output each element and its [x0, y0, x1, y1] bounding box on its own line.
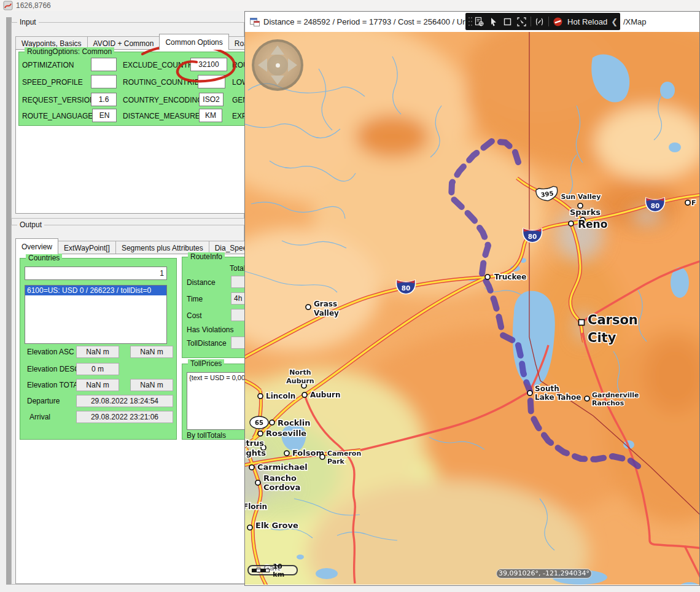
main-window-titlebar: 1626,8766 — [0, 0, 700, 11]
main-window-title: 1626,8766 — [16, 1, 51, 10]
city-marker — [527, 391, 532, 395]
map-city-label: North — [289, 368, 311, 376]
enable-selection-icon[interactable] — [486, 15, 500, 28]
toolbar-collapse-chevron-icon[interactable]: ❮ — [611, 17, 618, 26]
shield-number: 80 — [651, 202, 660, 209]
route-language-field[interactable]: EN — [92, 109, 117, 122]
field-label-request-version: REQUEST_VERSION — [22, 96, 95, 104]
tab-overview[interactable]: Overview — [15, 238, 58, 254]
city-marker — [284, 451, 289, 456]
country-encoding-field[interactable]: ISO2 — [199, 93, 224, 106]
map-city-label: Cameron — [327, 450, 361, 458]
countries-count-field[interactable]: 1 — [25, 267, 167, 280]
routeinfo-col-header: Total — [230, 264, 245, 273]
elevation-total-label: Elevation TOTAL — [27, 381, 82, 389]
pan-right-arrow-icon[interactable] — [288, 58, 297, 72]
scale-label: 10 km — [273, 563, 294, 578]
map-city-label: Grass — [314, 300, 337, 308]
map-city-label: Sun Valley — [561, 193, 601, 201]
toolbar-separator — [531, 17, 531, 26]
city-marker — [258, 394, 263, 399]
map-window-title-suffix: /XMap — [623, 17, 647, 26]
map-city-label: Rocklin — [278, 418, 310, 427]
map-canvas[interactable]: 80808039565 Sun ValleySparksRenoFTruckee… — [245, 32, 699, 585]
elevation-desc-value: 0 m — [76, 363, 119, 375]
elevation-total-value-2: NaN m — [130, 379, 173, 391]
map-city-label: Florin — [245, 502, 267, 511]
city-marker — [569, 221, 574, 226]
field-label-country-encoding: COUNTRY_ENCODING — [123, 96, 203, 104]
field-label-speed-profile: SPEED_PROFILE — [22, 78, 83, 87]
map-viewport[interactable]: 80808039565 Sun ValleySparksRenoFTruckee… — [245, 32, 699, 585]
map-city-label: Valley — [314, 309, 339, 317]
shield-number: 80 — [402, 284, 411, 292]
map-window-title: Distance = 248592 / Period = 17793 / Cos… — [263, 17, 478, 26]
shield-number: 65 — [255, 419, 263, 426]
departure-value: 29.08.2022 18:24:54 — [76, 395, 173, 407]
city-marker — [579, 320, 585, 325]
city-marker — [255, 480, 260, 485]
binding-failures-icon[interactable] — [533, 15, 547, 28]
city-marker — [247, 525, 252, 530]
tab-common-options[interactable]: Common Options — [159, 34, 228, 50]
map-city-label: F — [691, 199, 696, 207]
map-city-label: itrus — [245, 438, 264, 448]
countries-label: Countries — [26, 254, 62, 262]
map-city-label: Lincoln — [266, 392, 295, 400]
display-layout-adorners-icon[interactable] — [500, 15, 515, 28]
map-city-label: Rancho — [263, 473, 297, 483]
city-marker — [302, 392, 307, 397]
routeinfo-label: RouteInfo — [188, 252, 225, 261]
map-city-label: Auburn — [310, 391, 340, 399]
tab-extwaypoint[interactable]: ExtWayPoint[] — [58, 241, 116, 254]
routing-options-label: RoutingOptions: Common — [25, 47, 114, 56]
tollprices-listbox[interactable]: {text = USD = 0,00 — [187, 372, 248, 430]
map-city-label: Elk Grove — [255, 521, 298, 530]
tollprices-list-item[interactable]: {text = USD = 0,00 — [187, 373, 247, 383]
track-focused-element-icon[interactable] — [515, 15, 529, 28]
map-city-label: Carson — [588, 313, 638, 327]
hot-reload-label[interactable]: Hot Reload — [567, 17, 607, 26]
city-marker — [685, 200, 690, 205]
map-city-label: Ranchos — [592, 399, 624, 407]
elevation-total-value-1: NaN m — [76, 379, 119, 391]
pan-up-arrow-icon[interactable] — [271, 45, 284, 55]
hot-reload-disabled-icon[interactable] — [551, 15, 565, 28]
city-marker — [585, 396, 589, 401]
map-city-label: Reno — [578, 218, 607, 230]
map-window-icon — [250, 17, 260, 26]
city-marker — [485, 275, 490, 279]
pan-left-arrow-icon[interactable] — [258, 58, 267, 72]
city-marker — [249, 465, 254, 470]
pan-center-dot[interactable] — [276, 63, 280, 68]
request-version-field[interactable]: 1.6 — [91, 93, 117, 106]
by-tolltotals-label: By tollTotals — [187, 431, 226, 440]
elevation-asc-value-1: NaN m — [76, 346, 119, 358]
live-visual-tree-icon[interactable] — [473, 15, 487, 28]
toll-distance-label: TollDistance — [187, 339, 227, 348]
speed-profile-field[interactable] — [91, 75, 117, 88]
toolbar-grip-icon[interactable] — [468, 16, 473, 27]
elevation-asc-value-2: NaN m — [130, 346, 173, 358]
map-city-label: Auburn — [286, 377, 314, 385]
scale-segment — [252, 569, 256, 572]
input-groupbox-label: Input — [17, 18, 39, 26]
map-city-label: Park — [327, 458, 345, 465]
optimization-field[interactable] — [91, 58, 117, 71]
time-label: Time — [187, 295, 203, 303]
map-city-label: City — [588, 330, 616, 345]
elevation-desc-label: Elevation DESC — [27, 365, 80, 373]
distance-measure-field[interactable]: KM — [199, 109, 222, 122]
pan-down-arrow-icon[interactable] — [271, 76, 284, 85]
arrival-label: Arrival — [29, 413, 50, 421]
city-marker — [270, 420, 274, 425]
map-city-label: Lake Tahoe — [535, 393, 581, 402]
map-window-titlebar[interactable]: Distance = 248592 / Period = 17793 / Cos… — [245, 12, 699, 32]
arrival-value: 29.08.2022 23:21:06 — [76, 411, 173, 423]
countries-listbox[interactable]: 6100=US: USD 0 / 266223 / tollDist=0 — [25, 285, 167, 344]
map-city-label: Roseville — [266, 429, 306, 438]
city-marker — [258, 431, 263, 436]
countries-list-item[interactable]: 6100=US: USD 0 / 266223 / tollDist=0 — [25, 286, 166, 295]
vs-inapp-toolbar: Hot Reload ❮ — [465, 13, 620, 30]
map-pan-control[interactable] — [252, 39, 303, 91]
